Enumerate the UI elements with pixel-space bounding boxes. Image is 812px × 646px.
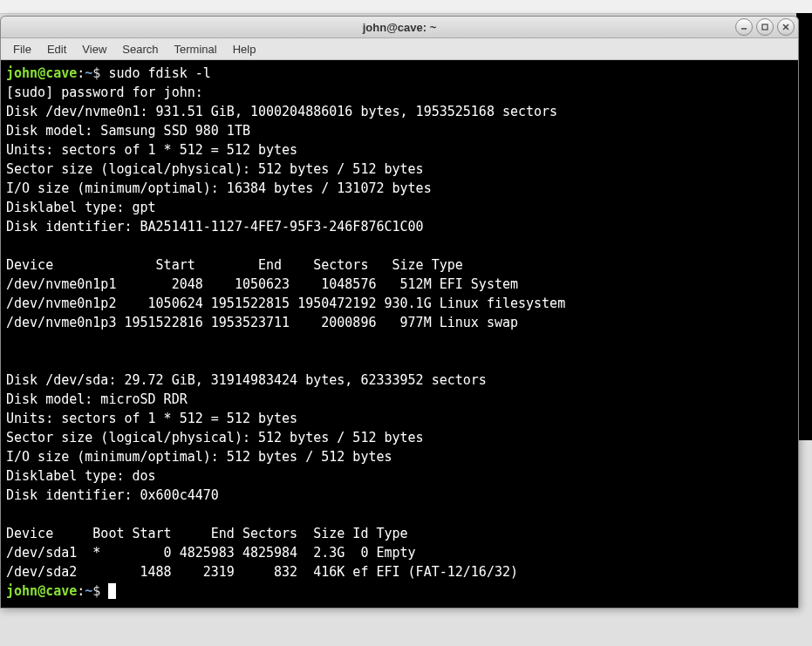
output-disk2-model: Disk model: microSD RDR xyxy=(6,391,188,407)
prompt2-dollar: $ xyxy=(92,583,108,599)
output-disk2-iosize: I/O size (minimum/optimal): 512 bytes / … xyxy=(6,449,392,465)
cursor xyxy=(108,583,116,599)
prompt-at: @ xyxy=(38,65,45,81)
maximize-icon xyxy=(761,23,769,31)
command-1: sudo fdisk -l xyxy=(108,65,210,81)
menu-terminal[interactable]: Terminal xyxy=(167,41,224,58)
prompt2-host: cave xyxy=(45,583,77,599)
prompt-colon: : xyxy=(77,65,85,81)
prompt-dollar: $ xyxy=(92,65,108,81)
window-title: john@cave: ~ xyxy=(1,21,798,34)
output-disk1-units: Units: sectors of 1 * 512 = 512 bytes xyxy=(6,142,297,158)
terminal-area[interactable]: john@cave:~$ sudo fdisk -l [sudo] passwo… xyxy=(1,60,798,608)
terminal-window: john@cave: ~ File Edit View Search Termi… xyxy=(0,16,799,609)
prompt2-at: @ xyxy=(38,583,45,599)
minimize-button[interactable] xyxy=(735,18,753,36)
output-disk1-summary: Disk /dev/nvme0n1: 931.51 GiB, 100020488… xyxy=(6,104,557,119)
output-disk2-summary: Disk /dev/sda: 29.72 GiB, 31914983424 by… xyxy=(6,372,487,388)
output-disk1-sectorsize: Sector size (logical/physical): 512 byte… xyxy=(6,161,424,177)
close-icon xyxy=(781,23,790,31)
output-disk1-iosize: I/O size (minimum/optimal): 16384 bytes … xyxy=(6,180,432,196)
svg-rect-1 xyxy=(762,24,768,30)
close-button[interactable] xyxy=(777,18,795,36)
output-disk2-part2: /dev/sda2 1488 2319 832 416K ef EFI (FAT… xyxy=(6,564,518,580)
menu-file[interactable]: File xyxy=(6,41,38,58)
prompt-host: cave xyxy=(45,65,77,81)
output-sudo-prompt: [sudo] password for john: xyxy=(6,85,203,100)
output-disk1-model: Disk model: Samsung SSD 980 1TB xyxy=(6,123,250,139)
menu-help[interactable]: Help xyxy=(226,41,263,58)
output-disk1-labeltype: Disklabel type: gpt xyxy=(6,200,156,215)
output-disk1-identifier: Disk identifier: BA251411-1127-4FE7-95F3… xyxy=(6,219,424,235)
prompt2-user: john xyxy=(6,583,38,599)
maximize-button[interactable] xyxy=(756,18,774,36)
output-disk1-header: Device Start End Sectors Size Type xyxy=(6,257,463,273)
output-disk2-part1: /dev/sda1 * 0 4825983 4825984 2.3G 0 Emp… xyxy=(6,545,416,561)
prompt2-colon: : xyxy=(77,583,85,599)
menubar: File Edit View Search Terminal Help xyxy=(1,38,798,60)
window-controls xyxy=(735,18,795,36)
titlebar[interactable]: john@cave: ~ xyxy=(1,17,798,38)
output-disk2-identifier: Disk identifier: 0x600c4470 xyxy=(6,487,219,503)
output-disk1-part2: /dev/nvme0n1p2 1050624 1951522815 195047… xyxy=(6,296,565,311)
output-disk2-sectorsize: Sector size (logical/physical): 512 byte… xyxy=(6,430,424,445)
output-disk2-header: Device Boot Start End Sectors Size Id Ty… xyxy=(6,526,408,541)
menu-search[interactable]: Search xyxy=(115,41,165,58)
output-disk1-part3: /dev/nvme0n1p3 1951522816 1953523711 200… xyxy=(6,315,518,330)
output-disk2-labeltype: Disklabel type: dos xyxy=(6,468,156,484)
menu-view[interactable]: View xyxy=(75,41,113,58)
menu-edit[interactable]: Edit xyxy=(40,41,73,58)
prompt2-path: ~ xyxy=(85,583,92,599)
prompt-path: ~ xyxy=(85,65,92,81)
desktop-toolbar-fragment xyxy=(0,0,812,14)
output-disk2-units: Units: sectors of 1 * 512 = 512 bytes xyxy=(6,411,297,426)
minimize-icon xyxy=(740,23,748,31)
output-disk1-part1: /dev/nvme0n1p1 2048 1050623 1048576 512M… xyxy=(6,276,518,292)
prompt-user: john xyxy=(6,65,38,81)
